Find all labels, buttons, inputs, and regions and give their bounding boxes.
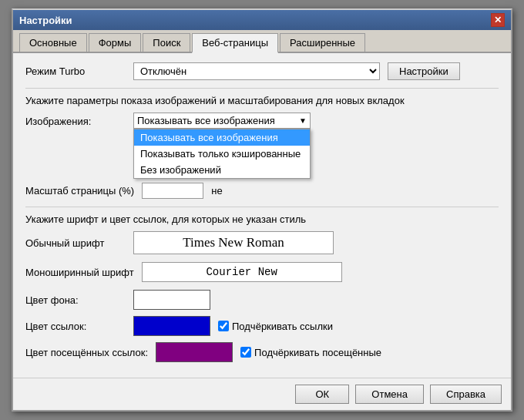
images-label: Изображения: (25, 116, 126, 127)
bg-color-row: Цвет фона: (25, 290, 499, 310)
dropdown-item-1[interactable]: Показывать только кэшированные (134, 146, 310, 162)
link-color-label: Цвет ссылок: (25, 321, 126, 332)
underline-visited-checkbox-label: Подчёркивать посещённые (240, 347, 381, 358)
fonts-description: Укажите шрифт и цвет ссылок, для которых… (25, 213, 499, 225)
normal-font-label: Обычный шрифт (25, 237, 126, 249)
turbo-row: Режим Turbo Отключён Настройки (25, 62, 499, 80)
close-button[interactable]: ✕ (491, 13, 505, 27)
mono-font-row: Моноширинный шрифт Courier New (25, 262, 499, 282)
window-title: Настройки (19, 15, 72, 26)
normal-font-button[interactable]: Times New Roman (133, 231, 334, 254)
bg-color-picker[interactable] (133, 290, 210, 310)
scale-label: Масштаб страницы (%) (25, 185, 134, 197)
bg-color-label: Цвет фона: (25, 294, 126, 306)
dropdown-arrow-icon: ▼ (299, 116, 307, 125)
tab-search[interactable]: Поиск (143, 33, 190, 52)
scale-suffix: не (211, 185, 222, 197)
images-selected-value: Показывать все изображения (137, 115, 275, 126)
link-color-picker[interactable] (133, 316, 210, 336)
tab-bar: Основные Формы Поиск Веб-страницы Расшир… (13, 30, 511, 53)
tab-basic[interactable]: Основные (19, 33, 87, 52)
underline-visited-label-text: Подчёркивать посещённые (254, 347, 381, 358)
underline-checkbox[interactable] (218, 321, 229, 331)
visited-color-picker[interactable] (156, 342, 233, 362)
underline-label-text: Подчёркивать ссылки (232, 321, 333, 332)
ok-button[interactable]: ОК (295, 385, 349, 404)
mono-font-button[interactable]: Courier New (142, 262, 342, 282)
images-dropdown-container: Показывать все изображения ▼ Показывать … (133, 113, 311, 129)
divider-2 (25, 207, 499, 207)
underline-checkbox-label: Подчёркивать ссылки (218, 321, 333, 332)
scale-input[interactable] (142, 183, 203, 199)
dropdown-item-2[interactable]: Без изображений (134, 162, 310, 178)
turbo-select[interactable]: Отключён (133, 62, 380, 80)
footer: ОК Отмена Справка (13, 378, 511, 410)
visited-color-row: Цвет посещённых ссылок: Подчёркивать пос… (25, 342, 499, 362)
tab-webpages[interactable]: Веб-страницы (192, 33, 278, 53)
visited-color-label: Цвет посещённых ссылок: (25, 347, 148, 358)
scale-row: Масштаб страницы (%) не (25, 183, 499, 199)
images-description: Укажите параметры показа изображений и м… (25, 95, 499, 106)
link-color-row: Цвет ссылок: Подчёркивать ссылки (25, 316, 499, 336)
images-dropdown[interactable]: Показывать все изображения ▼ (133, 113, 311, 129)
normal-font-row: Обычный шрифт Times New Roman (25, 231, 499, 254)
title-bar: Настройки ✕ (13, 10, 511, 30)
tab-advanced[interactable]: Расширенные (280, 33, 365, 52)
cancel-button[interactable]: Отмена (355, 385, 424, 404)
divider-1 (25, 88, 499, 89)
tab-forms[interactable]: Формы (89, 33, 142, 52)
images-dropdown-menu: Показывать все изображения Показывать то… (133, 129, 311, 179)
tab-content: Режим Turbo Отключён Настройки Укажите п… (13, 53, 511, 378)
help-button[interactable]: Справка (430, 385, 502, 404)
underline-visited-checkbox[interactable] (240, 347, 251, 358)
dropdown-item-0[interactable]: Показывать все изображения (134, 129, 310, 146)
settings-window: Настройки ✕ Основные Формы Поиск Веб-стр… (12, 8, 512, 412)
turbo-label: Режим Turbo (25, 66, 126, 77)
mono-font-label: Моноширинный шрифт (25, 267, 134, 278)
turbo-settings-button[interactable]: Настройки (388, 62, 460, 80)
